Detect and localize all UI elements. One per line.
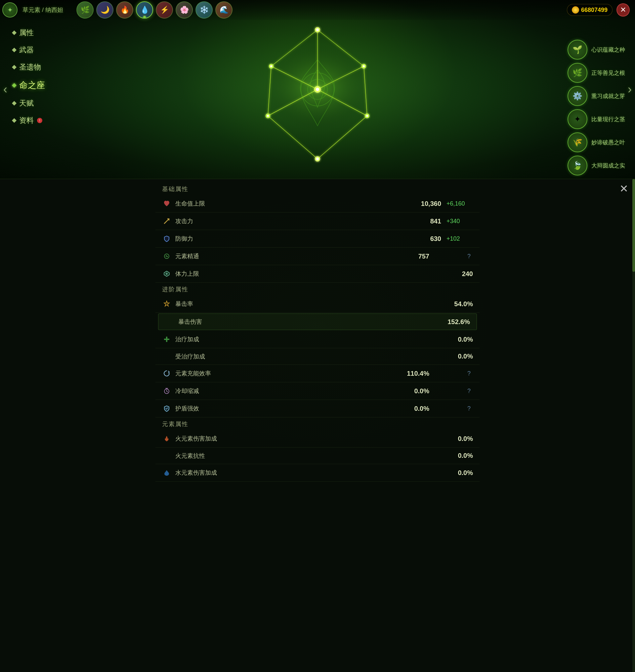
heal-icon (162, 335, 171, 344)
atk-icon (162, 216, 171, 226)
topbar-close-button[interactable]: ✕ (616, 3, 630, 17)
nav-item-profile[interactable]: 资料! (10, 114, 48, 127)
svg-point-15 (316, 28, 319, 31)
nav-diamond-weapon (12, 48, 17, 52)
next-arrow-button[interactable]: › (628, 82, 632, 96)
fire-res-value: 0.0% (440, 452, 473, 460)
character-tab-3[interactable]: 🔥 (116, 1, 133, 19)
constellation-label-2: 正等善见之根 (591, 69, 625, 77)
fire-res-label: 火元素抗性 (162, 452, 440, 460)
constellation-item-3[interactable]: ⚙️熏习成就之芽 (568, 86, 625, 106)
stats-close-button[interactable]: ✕ (619, 183, 628, 195)
shield-str-value: 0.0% (396, 405, 429, 413)
character-tab-6[interactable]: 🌸 (176, 1, 193, 19)
nav-label-artifact: 圣遗物 (19, 62, 41, 72)
constellation-label-4: 比量现行之茎 (591, 115, 625, 123)
scrollbar[interactable] (632, 179, 635, 672)
nav-diamond-artifact (12, 65, 17, 69)
basic-stats-title: 基础属性 (155, 183, 480, 195)
heal-row: 治疗加成 0.0% (155, 331, 480, 348)
scrollbar-thumb[interactable] (632, 179, 635, 272)
constellation-svg (235, 20, 400, 179)
nav-diamond-attributes (12, 30, 17, 35)
nav-label-attributes: 属性 (19, 28, 34, 38)
character-tabs: 🌿🌙🔥💧⚡🌸❄️🌊 (76, 1, 233, 19)
hp-icon (162, 199, 171, 208)
water-dmg-label: 水元素伤害加成 (175, 469, 440, 477)
er-help-icon[interactable]: ? (465, 370, 473, 377)
logo-circle: ✦ (2, 2, 18, 18)
constellation-item-4[interactable]: ✦比量现行之茎 (568, 109, 625, 129)
cd-help-icon[interactable]: ? (465, 387, 473, 395)
fire-dmg-row: 火元素伤害加成 0.0% (155, 430, 480, 447)
fire-dmg-label: 火元素伤害加成 (175, 435, 440, 443)
constellation-icon-1: 🌱 (568, 40, 587, 60)
prev-arrow-button[interactable]: ‹ (3, 82, 7, 96)
constellation-item-1[interactable]: 🌱心识蕴藏之种 (568, 40, 625, 60)
crit-dmg-value: 152.6% (437, 318, 470, 326)
constellation-item-2[interactable]: 🌿正等善见之根 (568, 63, 625, 83)
nav-item-constellation[interactable]: 命之座 (10, 78, 48, 92)
cd-icon (162, 386, 171, 396)
character-tab-4[interactable]: 💧 (136, 1, 153, 19)
stamina-value: 240 (440, 270, 473, 278)
er-row: 元素充能效率 110.4% ? (155, 365, 480, 382)
nav-label-weapon: 武器 (19, 45, 34, 55)
heal-value: 0.0% (440, 336, 473, 343)
character-tab-5[interactable]: ⚡ (156, 1, 173, 19)
constellation-label-1: 心识蕴藏之种 (591, 46, 625, 54)
heal-rcv-row: 受治疗加成 0.0% (155, 348, 480, 365)
fire-dmg-icon (162, 434, 171, 443)
crit-dmg-row: 暴击伤害 152.6% (158, 314, 477, 330)
water-dmg-row: 水元素伤害加成 0.0% (155, 464, 480, 482)
constellation-label-3: 熏习成就之芽 (591, 92, 625, 100)
hp-value: 10,360 (408, 200, 441, 208)
stats-panel: ✕ 基础属性 生命值上限 10,360 +6,160 攻击力 841 +340 (0, 179, 635, 672)
nav-label-constellation: 命之座 (19, 80, 45, 91)
crit-rate-value: 54.0% (440, 300, 473, 308)
advanced-stats-title: 进阶属性 (155, 283, 480, 295)
hp-row: 生命值上限 10,360 +6,160 (155, 195, 480, 212)
character-tab-8[interactable]: 🌊 (215, 1, 233, 19)
character-tab-1[interactable]: 🌿 (76, 1, 94, 19)
svg-point-21 (316, 88, 319, 91)
shield-str-help-icon[interactable]: ? (465, 405, 473, 412)
svg-point-19 (363, 65, 365, 67)
character-tab-7[interactable]: ❄️ (195, 1, 213, 19)
nav-diamond-talent (12, 101, 17, 106)
em-help-icon[interactable]: ? (465, 253, 473, 260)
nav-label-talent: 天赋 (19, 98, 34, 108)
hp-bonus: +6,160 (446, 200, 473, 207)
cd-value: 0.0% (396, 387, 429, 395)
left-nav: 属性武器圣遗物命之座天赋资料! (10, 26, 48, 127)
er-label: 元素充能效率 (175, 370, 396, 377)
constellation-items-list: 🌱心识蕴藏之种🌿正等善见之根⚙️熏习成就之芽✦比量现行之茎🌾妙谛破愚之叶🍃大辩圆… (568, 40, 625, 175)
def-value: 630 (408, 235, 441, 243)
cd-row: 冷却缩减 0.0% ? (155, 382, 480, 400)
nav-item-weapon[interactable]: 武器 (10, 44, 48, 56)
top-bar-right: 66807499 ✕ (567, 3, 630, 17)
em-value: 757 (396, 253, 429, 260)
stats-content: 基础属性 生命值上限 10,360 +6,160 攻击力 841 +340 (155, 179, 480, 485)
logo: ✦ (0, 0, 20, 20)
constellation-display (235, 20, 400, 179)
def-bonus: +102 (446, 235, 473, 242)
nav-item-attributes[interactable]: 属性 (10, 26, 48, 39)
nav-item-talent[interactable]: 天赋 (10, 97, 48, 109)
cd-label: 冷却缩减 (175, 387, 396, 395)
fire-res-row: 火元素抗性 0.0% (155, 447, 480, 464)
constellation-label-6: 大辩圆成之实 (591, 162, 625, 169)
character-tab-2[interactable]: 🌙 (96, 1, 113, 19)
fire-dmg-value: 0.0% (440, 435, 473, 443)
stamina-row: 体力上限 240 (155, 265, 480, 283)
heal-rcv-label: 受治疗加成 (162, 353, 440, 360)
constellation-item-5[interactable]: 🌾妙谛破愚之叶 (568, 132, 625, 152)
top-bar: ✦ 草元素 / 纳西妲 🌿🌙🔥💧⚡🌸❄️🌊 66807499 ✕ (0, 0, 635, 20)
nav-item-artifact[interactable]: 圣遗物 (10, 61, 48, 74)
crit-rate-label: 暴击率 (175, 300, 440, 308)
shield-str-icon (162, 404, 171, 413)
constellation-icon-5: 🌾 (568, 132, 587, 152)
constellation-item-6[interactable]: 🍃大辩圆成之实 (568, 155, 625, 175)
stamina-icon (162, 269, 171, 278)
er-icon (162, 369, 171, 378)
